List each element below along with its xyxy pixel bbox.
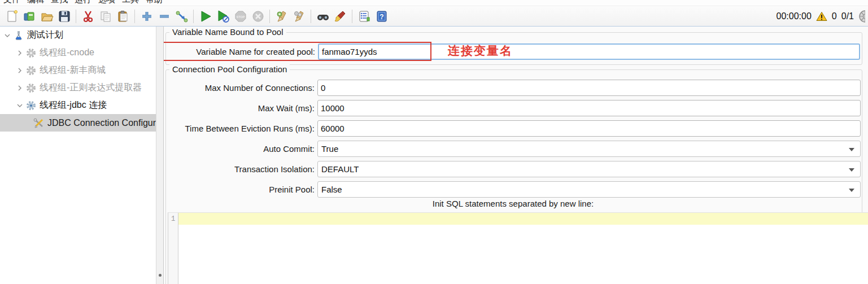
tree-item-label: 线程组-cnode <box>40 47 94 59</box>
menu-file[interactable]: 文件 <box>3 0 20 6</box>
form-row-preinit-pool: Preinit Pool: False <box>166 181 862 198</box>
form-row-max-connections: Max Number of Connections: <box>166 79 862 96</box>
tree-item-thread-group-regex[interactable]: 线程组-正则表达式提取器 <box>0 79 156 97</box>
max-connections-input[interactable] <box>317 80 861 96</box>
form-row-eviction-runs: Time Between Eviction Runs (ms): <box>166 120 862 137</box>
menu-edit[interactable]: 编辑 <box>27 0 44 6</box>
svg-text:STOP: STOP <box>236 15 245 19</box>
group-title: Variable Name Bound to Pool <box>169 27 286 37</box>
chevron-down-icon[interactable] <box>15 103 25 108</box>
paste-icon[interactable] <box>115 9 130 24</box>
toolbar-separator <box>269 10 270 23</box>
variable-name-input[interactable] <box>318 43 860 60</box>
test-plan-tree: 测试计划 线程组-cnode 线程组-新丰商城 线程组-正则表达式提取器 线程组… <box>0 27 156 284</box>
toggle-icon[interactable] <box>174 9 189 24</box>
transaction-isolation-label: Transaction Isolation: <box>166 164 317 174</box>
editor-text-area[interactable] <box>178 213 868 284</box>
chevron-down-icon[interactable] <box>2 33 12 38</box>
chevron-right-icon[interactable] <box>15 50 25 56</box>
annotation-label: 连接变量名 <box>448 43 513 59</box>
init-sql-editor[interactable]: 1 <box>168 212 868 284</box>
eviction-runs-label: Time Between Eviction Runs (ms): <box>166 124 317 133</box>
splitter-handle[interactable] <box>159 274 162 277</box>
start-icon[interactable] <box>198 9 213 24</box>
svg-text:?: ? <box>380 13 383 21</box>
clear-icon[interactable] <box>274 9 289 24</box>
help-icon[interactable]: ? <box>374 9 389 24</box>
tree-item-label: 线程组-新丰商城 <box>40 64 106 76</box>
menu-help[interactable]: 帮助 <box>146 0 163 6</box>
transaction-isolation-select[interactable]: DEFAULT <box>317 161 861 177</box>
chevron-down-icon <box>849 148 854 151</box>
tree-item-thread-group-xinfeng[interactable]: 线程组-新丰商城 <box>0 62 156 79</box>
expand-all-icon[interactable] <box>139 9 154 24</box>
editor-line-number-gutter: 1 <box>168 213 178 284</box>
panel-splitter[interactable] <box>156 27 164 284</box>
copy-icon[interactable] <box>98 9 113 24</box>
max-wait-input[interactable] <box>317 100 861 116</box>
selected-value: DEFAULT <box>321 164 359 174</box>
preinit-pool-select[interactable]: False <box>317 181 861 198</box>
shutdown-icon[interactable] <box>250 9 265 24</box>
menu-options[interactable]: 选项 <box>98 0 115 6</box>
preinit-pool-label: Preinit Pool: <box>166 185 317 194</box>
menu-bar: 文件 编辑 查找 运行 选项 工具 帮助 <box>0 0 868 6</box>
tools-icon <box>33 117 45 129</box>
max-wait-label: Max Wait (ms): <box>166 103 317 113</box>
start-no-timers-icon[interactable] <box>215 9 230 24</box>
gear-icon <box>25 47 37 59</box>
threads-indicator-icon <box>858 10 865 23</box>
menu-run[interactable]: 运行 <box>75 0 91 6</box>
form-row-auto-commit: Auto Commit: True <box>166 140 862 157</box>
save-icon[interactable] <box>56 9 72 24</box>
log-toggle-icon[interactable] <box>356 9 372 24</box>
collapse-all-icon[interactable] <box>156 9 172 24</box>
flask-icon <box>12 30 25 41</box>
search-reset-icon[interactable] <box>333 9 348 24</box>
tree-item-test-plan[interactable]: 测试计划 <box>0 27 156 44</box>
form-row-max-wait: Max Wait (ms): <box>166 99 862 116</box>
new-file-icon[interactable] <box>4 9 19 24</box>
group-variable-name-bound-to-pool: Variable Name Bound to Pool Variable Nam… <box>165 32 862 65</box>
elapsed-timer: 00:00:00 <box>777 11 812 21</box>
open-file-icon[interactable] <box>39 9 54 24</box>
menu-tools[interactable]: 工具 <box>122 0 139 6</box>
eviction-runs-input[interactable] <box>317 120 861 137</box>
cut-icon[interactable] <box>80 9 95 24</box>
templates-icon[interactable] <box>21 9 37 24</box>
jdbc-config-panel: Variable Name Bound to Pool Variable Nam… <box>164 27 868 284</box>
chevron-right-icon[interactable] <box>15 68 25 73</box>
toolbar-separator <box>76 10 76 23</box>
gear-icon <box>25 100 37 111</box>
toolbar-separator <box>134 10 135 23</box>
init-sql-label: Init SQL statements separated by new lin… <box>164 199 862 208</box>
chevron-down-icon <box>849 168 854 172</box>
tree-item-label: 线程组-正则表达式提取器 <box>40 82 142 94</box>
chevron-right-icon[interactable] <box>15 85 25 91</box>
warning-icon[interactable] <box>816 11 827 21</box>
toolbar-separator <box>352 10 352 23</box>
tree-item-jdbc-connection-config[interactable]: JDBC Connection Configuration <box>0 114 156 132</box>
selected-value: True <box>321 144 338 154</box>
gear-icon <box>25 65 37 76</box>
warning-count: 0 <box>832 11 837 21</box>
tree-item-thread-group-jdbc[interactable]: 线程组-jdbc 连接 <box>0 97 156 114</box>
auto-commit-select[interactable]: True <box>317 141 861 157</box>
jmeter-window: 文件 编辑 查找 运行 选项 工具 帮助 <box>0 0 868 284</box>
thread-count: 0/1 <box>841 11 854 21</box>
menu-search[interactable]: 查找 <box>51 0 68 6</box>
editor-active-line <box>178 213 868 225</box>
auto-commit-label: Auto Commit: <box>166 144 317 154</box>
group-title: Connection Pool Configuration <box>169 64 290 74</box>
tree-item-thread-group-cnode[interactable]: 线程组-cnode <box>0 44 156 62</box>
tree-item-label: 测试计划 <box>27 29 63 41</box>
toolbar-status: 00:00:00 0 0/1 <box>777 10 865 23</box>
clear-all-icon[interactable] <box>291 9 307 24</box>
toolbar-separator <box>193 10 194 23</box>
form-row-transaction-isolation: Transaction Isolation: DEFAULT <box>166 160 862 177</box>
stop-icon[interactable]: STOP <box>233 9 248 24</box>
toolbar: STOP ? 00:00:00 0 0/1 <box>0 7 868 27</box>
search-icon[interactable] <box>315 9 330 24</box>
line-number: 1 <box>171 215 175 223</box>
tree-item-label: 线程组-jdbc 连接 <box>40 99 107 111</box>
